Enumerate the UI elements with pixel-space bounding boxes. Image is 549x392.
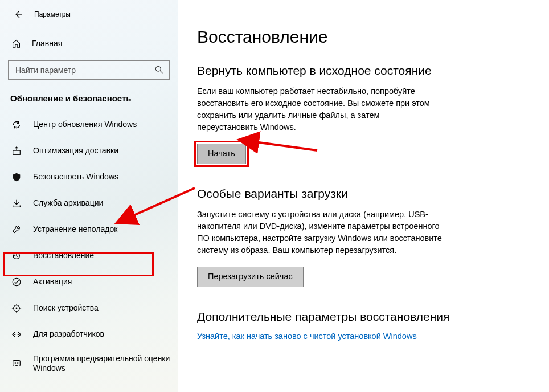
sidebar-item-label: Центр обновления Windows bbox=[33, 120, 137, 130]
section-advboot-heading: Особые варианты загрузки bbox=[197, 187, 532, 201]
sidebar-item-backup[interactable]: Служба архивации bbox=[0, 191, 178, 216]
titlebar: Параметры bbox=[0, 5, 178, 24]
search-input[interactable] bbox=[14, 65, 154, 75]
svg-rect-7 bbox=[18, 334, 19, 335]
sidebar-item-finddevice[interactable]: Поиск устройства bbox=[0, 296, 178, 321]
svg-line-1 bbox=[160, 71, 162, 73]
section-more-heading: Дополнительные параметры восстановления bbox=[197, 310, 532, 324]
wrench-icon bbox=[11, 224, 25, 235]
sidebar-item-label: Программа предварительной оценки Windows bbox=[33, 354, 171, 374]
sidebar-item-troubleshoot[interactable]: Устранение неполадок bbox=[0, 217, 178, 242]
fresh-start-link[interactable]: Узнайте, как начать заново с чистой уста… bbox=[197, 332, 417, 341]
location-icon bbox=[11, 303, 25, 313]
sidebar-item-label: Восстановление bbox=[33, 251, 94, 261]
back-button[interactable] bbox=[10, 6, 26, 22]
search-icon bbox=[154, 65, 163, 76]
backup-icon bbox=[11, 198, 25, 209]
section-reset-text: Если ваш компьютер работает нестабильно,… bbox=[197, 85, 442, 133]
sidebar-item-label: Служба архивации bbox=[33, 198, 103, 209]
svg-point-5 bbox=[16, 308, 18, 309]
nav-list: Центр обновления Windows Оптимизация дос… bbox=[0, 112, 178, 379]
svg-point-0 bbox=[155, 66, 161, 71]
sidebar-item-label: Для разработчиков bbox=[33, 329, 104, 340]
shield-icon bbox=[11, 172, 25, 182]
sidebar-item-update[interactable]: Центр обновления Windows bbox=[0, 112, 178, 137]
sidebar-item-label: Безопасность Windows bbox=[33, 172, 118, 182]
history-icon bbox=[11, 251, 25, 261]
search-input-wrap[interactable] bbox=[8, 60, 170, 80]
restart-now-button[interactable]: Перезагрузить сейчас bbox=[197, 267, 304, 287]
section-reset-heading: Вернуть компьютер в исходное состояние bbox=[197, 64, 532, 77]
insider-icon bbox=[11, 358, 25, 369]
sidebar-item-recovery[interactable]: Восстановление bbox=[0, 243, 178, 268]
section-more: Дополнительные параметры восстановления … bbox=[197, 310, 532, 341]
category-title: Обновление и безопасность bbox=[10, 93, 178, 103]
sidebar-item-insider[interactable]: Программа предварительной оценки Windows bbox=[0, 348, 178, 379]
svg-point-3 bbox=[13, 278, 21, 286]
sidebar-item-security[interactable]: Безопасность Windows bbox=[0, 165, 178, 190]
svg-point-10 bbox=[17, 362, 18, 364]
sidebar-item-activation[interactable]: Активация bbox=[0, 270, 178, 295]
sidebar: Параметры Главная Обновление и безопасно… bbox=[0, 0, 178, 392]
sync-icon bbox=[11, 120, 25, 130]
svg-rect-6 bbox=[14, 334, 16, 335]
section-advboot-text: Запустите систему с устройства или диска… bbox=[197, 209, 442, 256]
sidebar-item-delivery[interactable]: Оптимизация доставки bbox=[0, 138, 178, 164]
section-advboot: Особые варианты загрузки Запустите систе… bbox=[197, 187, 532, 287]
check-circle-icon bbox=[11, 277, 25, 287]
window-title: Параметры bbox=[34, 10, 71, 18]
reset-start-button[interactable]: Начать bbox=[197, 144, 246, 164]
sidebar-item-label: Оптимизация доставки bbox=[33, 146, 118, 156]
content-area: Восстановление Вернуть компьютер в исход… bbox=[178, 0, 549, 392]
sidebar-item-home[interactable]: Главная bbox=[0, 32, 178, 55]
sidebar-item-developers[interactable]: Для разработчиков bbox=[0, 322, 178, 347]
sidebar-item-label: Поиск устройства bbox=[33, 303, 99, 313]
section-reset: Вернуть компьютер в исходное состояние Е… bbox=[197, 64, 532, 164]
sidebar-item-label: Устранение неполадок bbox=[33, 224, 117, 235]
delivery-icon bbox=[11, 146, 25, 156]
svg-rect-2 bbox=[13, 150, 21, 154]
page-title: Восстановление bbox=[197, 27, 532, 47]
home-icon bbox=[11, 39, 24, 48]
home-label: Главная bbox=[32, 39, 62, 48]
svg-point-9 bbox=[15, 362, 16, 364]
sidebar-item-label: Активация bbox=[33, 277, 72, 287]
code-icon bbox=[11, 329, 25, 340]
